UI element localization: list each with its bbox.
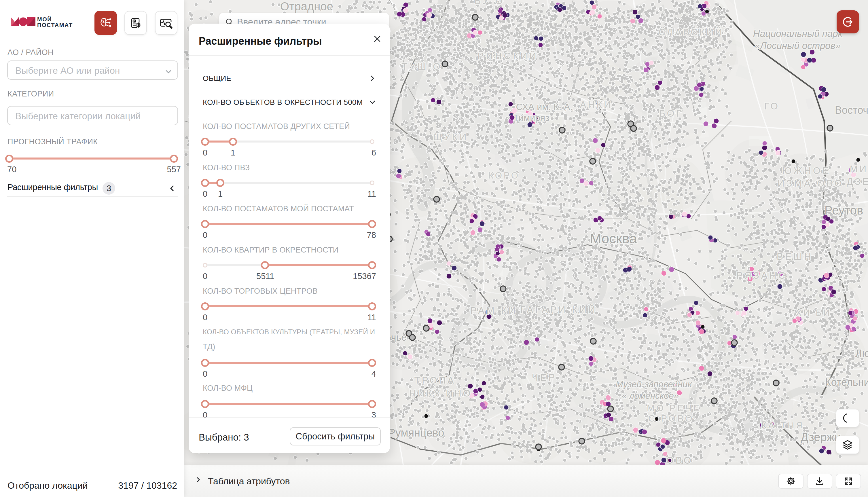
svg-text:ИЗМА ОВО: ИЗМА ОВО bbox=[778, 178, 844, 189]
svg-text:КА ТНЯ: КА ТНЯ bbox=[761, 421, 804, 430]
svg-text:ЮЖНОЕ: ЮЖНОЕ bbox=[782, 165, 831, 176]
svg-text:Национальный парк: Национальный парк bbox=[753, 28, 843, 39]
svg-text:СЛАВСКИЙ: СЛАВСКИЙ bbox=[659, 27, 724, 38]
svg-text:Отрадное: Отрадное bbox=[280, 0, 333, 13]
svg-text:ВЕШН: ВЕШН bbox=[777, 251, 813, 262]
svg-text:« ломенское»: « ломенское» bbox=[622, 391, 679, 401]
svg-text:Дзержи: Дзержи bbox=[801, 431, 841, 443]
svg-text:ТРОПА: ТРОПА bbox=[414, 375, 456, 386]
svg-text:РАМ КИ: РАМ КИ bbox=[470, 305, 517, 316]
svg-text:НИКУ ИНО: НИКУ ИНО bbox=[409, 388, 472, 398]
svg-text:ГО: ГО bbox=[764, 101, 780, 111]
svg-text:ОВО: ОВО bbox=[666, 455, 693, 465]
svg-text:ТУШ О: ТУШ О bbox=[401, 61, 442, 72]
svg-text:Восточный: Восточный bbox=[835, 104, 868, 116]
svg-text:МИК: МИК bbox=[850, 164, 868, 174]
svg-text:Реутов: Реутов bbox=[825, 203, 864, 217]
svg-text:Румянцево: Румянцево bbox=[388, 427, 444, 439]
svg-text:АНКИ: АНКИ bbox=[580, 99, 613, 110]
svg-text:Тимиряз: Тимиряз bbox=[513, 113, 549, 123]
svg-text:Котельник: Котельник bbox=[825, 377, 868, 388]
svg-text:Музей-заповедник: Музей-заповедник bbox=[616, 379, 692, 389]
svg-text:КОРО: КОРО bbox=[488, 170, 520, 181]
svg-text:МО РЕЧЕ: МО РЕЧЕ bbox=[647, 403, 701, 413]
svg-text:СХА им. К. А.: СХА им. К. А. bbox=[516, 102, 572, 112]
svg-text:РИНСКИЙ: РИНСКИЙ bbox=[478, 51, 538, 61]
svg-text:БУ О: БУ О bbox=[474, 0, 505, 6]
svg-text:Москва: Москва bbox=[590, 231, 637, 246]
svg-text:чье: чье bbox=[391, 332, 407, 343]
svg-text:ЧЕР: ЧЕР bbox=[532, 372, 557, 383]
svg-text:ЩУКИ: ЩУКИ bbox=[433, 132, 469, 142]
svg-text:ХИ БИ: ХИ БИ bbox=[796, 308, 831, 318]
svg-text:«Лосиный остров»: «Лосиный остров» bbox=[755, 40, 841, 51]
svg-text:РЯЗАНС: РЯЗАНС bbox=[736, 270, 787, 281]
svg-text:БОГ: БОГ bbox=[659, 108, 683, 119]
svg-text:ДЗЕР: ДЗЕР bbox=[847, 176, 868, 187]
svg-text:С РОВО: С РОВО bbox=[648, 413, 694, 424]
svg-text:ГАГАРИ КИЙ: ГАГАРИ КИЙ bbox=[521, 304, 597, 315]
svg-text:Лю: Лю bbox=[855, 347, 868, 359]
